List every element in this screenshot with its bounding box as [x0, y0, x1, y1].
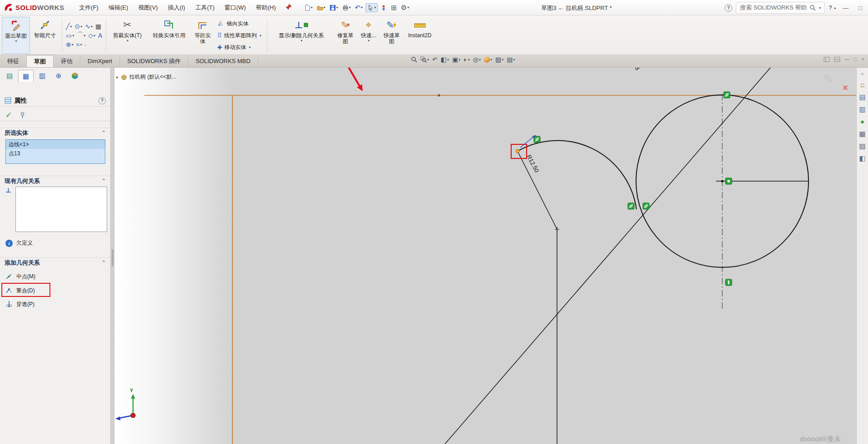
rapid-sketch-button[interactable]: ✎ 快速草图: [380, 17, 404, 54]
help-search-box[interactable]: 搜索 SOLIDWORKS 帮助 ▾: [736, 2, 825, 14]
mirror-entities-button[interactable]: 镜向实体: [215, 18, 263, 29]
instant2d-button[interactable]: Instant2D: [404, 17, 436, 54]
home-icon[interactable]: ⌂: [860, 81, 865, 89]
chevron-down-icon[interactable]: ▾: [15, 39, 17, 43]
tab-solidworks-addins[interactable]: SOLIDWORKS 插件: [120, 55, 188, 67]
split-pane-icon[interactable]: [834, 57, 840, 62]
pin-menubar-icon[interactable]: [286, 4, 292, 11]
rectangle-tool-button[interactable]: ▭▾: [65, 31, 75, 40]
open-document-button[interactable]: ▾: [316, 4, 327, 12]
expand-pane-icon[interactable]: [824, 57, 830, 62]
doc-close-icon[interactable]: ×: [861, 56, 864, 63]
menu-window[interactable]: 窗口(W): [220, 2, 251, 13]
tab-evaluate[interactable]: 评估: [54, 55, 80, 67]
menu-view[interactable]: 视图(V): [133, 2, 163, 13]
selected-entity-item[interactable]: 点13: [6, 149, 105, 158]
view-orientation-button[interactable]: ▣▾: [452, 56, 460, 63]
conic-tool-button[interactable]: ≈▾: [75, 40, 83, 49]
grid-snap-button[interactable]: ⊞: [390, 3, 398, 13]
relation-coincident-button[interactable]: 重合(D): [5, 286, 35, 295]
selected-entity-item[interactable]: 边线<1>: [6, 140, 105, 149]
selected-entities-section[interactable]: 所选实体 ⌃: [0, 128, 110, 138]
text-tool-button[interactable]: A: [97, 31, 103, 40]
scenes-icon[interactable]: ▨: [859, 143, 865, 150]
relation-badge-tangent-1[interactable]: [534, 136, 540, 143]
selected-entities-listbox[interactable]: 边线<1> 点13: [5, 139, 105, 164]
new-document-button[interactable]: ▾: [303, 4, 314, 12]
offset-entities-button[interactable]: 等距实体: [192, 17, 213, 54]
render-tools-button[interactable]: [379, 4, 388, 12]
relation-pierce-button[interactable]: 穿透(P): [5, 300, 35, 309]
breadcrumb[interactable]: ▸ 拉机柄 (默认<<默...: [116, 73, 176, 81]
save-button[interactable]: ▾: [328, 4, 340, 12]
circle-tool-button[interactable]: ⊙▾: [74, 22, 83, 30]
move-entities-button[interactable]: ✚ 移动实体 ▾: [215, 42, 263, 53]
circle-center-point[interactable]: [721, 180, 723, 182]
existing-relations-listbox[interactable]: [15, 187, 107, 232]
hide-show-items-button[interactable]: ◎▾: [473, 56, 481, 63]
doc-minimize-icon[interactable]: —: [844, 56, 850, 63]
tab-solidworks-mbd[interactable]: SOLIDWORKS MBD: [188, 55, 258, 67]
menu-edit[interactable]: 编辑(E): [104, 2, 133, 13]
sketch-point-13[interactable]: [516, 149, 519, 153]
restore-button[interactable]: □: [855, 4, 865, 12]
zoom-to-area-button[interactable]: ▾: [420, 56, 429, 63]
apply-scene-button[interactable]: ▨▾: [495, 56, 503, 63]
ok-button[interactable]: ✓: [5, 110, 12, 120]
tab-property-manager[interactable]: ▦: [18, 70, 34, 82]
existing-relations-section[interactable]: 现有几何关系 ⌃: [0, 176, 110, 186]
edge-point[interactable]: [438, 94, 440, 96]
relation-midpoint-button[interactable]: 中点(M): [5, 272, 35, 281]
section-view-button[interactable]: ◧▾: [441, 56, 449, 63]
menu-insert[interactable]: 插入(I): [163, 2, 190, 13]
keep-visible-pin-icon[interactable]: [19, 112, 26, 118]
display-delete-relations-button[interactable]: ⊥ 显示/删除几何关系 ▾: [269, 17, 334, 54]
tab-features[interactable]: 特征: [0, 55, 27, 67]
menu-help[interactable]: 帮助(H): [251, 2, 281, 13]
trim-entities-button[interactable]: ✂ 剪裁实体(T) ▾: [108, 17, 146, 54]
chevron-down-icon[interactable]: ▾: [301, 39, 302, 43]
sketch-picture-button[interactable]: ▦: [94, 22, 102, 30]
tab-dimxpert-manager[interactable]: ⊕: [51, 70, 66, 82]
slot-tool-button[interactable]: ⊕▾: [65, 40, 74, 49]
repair-sketch-button[interactable]: ✎ × 修复草图: [334, 17, 357, 54]
appearances-sphere-icon[interactable]: ●: [860, 118, 864, 125]
collapse-pane-icon[interactable]: «: [861, 71, 864, 76]
design-library-icon[interactable]: ▤: [859, 94, 865, 101]
menu-file[interactable]: 文件(F): [74, 2, 104, 13]
quick-snaps-button[interactable]: ⌖ 快速... ▾: [357, 17, 380, 54]
relation-badge-tangent-2[interactable]: [628, 203, 634, 209]
collapse-chevron-icon[interactable]: ⌃: [102, 130, 106, 136]
relation-badge-center[interactable]: [725, 178, 732, 184]
tab-dimxpert[interactable]: DimXpert: [80, 55, 120, 67]
previous-view-button[interactable]: ↶: [432, 56, 438, 63]
tab-configuration-manager[interactable]: ▥: [35, 70, 50, 82]
tab-display-manager[interactable]: [67, 70, 83, 82]
sketch-viewport[interactable]: R12.50 R3 Y Z dooooit®曼未: [114, 68, 856, 444]
view-settings-button[interactable]: ▤▾: [507, 56, 515, 63]
doc-restore-icon[interactable]: □: [854, 56, 857, 63]
help-circle-icon[interactable]: ?: [725, 4, 732, 12]
line-tool-button[interactable]: ╱▾: [65, 22, 73, 30]
add-relations-section[interactable]: 添加几何关系 ⌃: [0, 257, 110, 267]
print-button[interactable]: ▾: [341, 4, 352, 12]
panel-splitter[interactable]: [111, 68, 114, 444]
arc-tool-button[interactable]: ⌒▾: [76, 31, 86, 40]
exit-sketch-button[interactable]: 退出草图 ▾: [2, 17, 30, 54]
relation-badge-vertical[interactable]: [725, 279, 732, 286]
forum-icon[interactable]: ◧: [859, 155, 865, 162]
relation-badge-tangent-3[interactable]: [643, 203, 649, 209]
options-button[interactable]: ⚙ ▾: [399, 3, 410, 13]
collapse-chevron-icon[interactable]: ⌃: [102, 178, 106, 184]
convert-entities-button[interactable]: 转换实体引用: [146, 17, 192, 54]
ellipse-tool-button[interactable]: ◇▾: [87, 31, 96, 40]
panel-help-icon[interactable]: ?: [99, 97, 106, 104]
minimize-button[interactable]: —: [839, 4, 852, 12]
tab-feature-manager[interactable]: ▤: [2, 70, 17, 82]
undo-button[interactable]: ↶ ▾: [354, 3, 365, 13]
file-explorer-icon[interactable]: ▥: [859, 106, 865, 113]
menu-tools[interactable]: 工具(T): [190, 2, 220, 13]
relation-badge-tangent-top[interactable]: [724, 92, 730, 98]
spline-tool-button[interactable]: ∿▾: [84, 22, 94, 30]
smart-dimension-button[interactable]: 智能尺寸: [30, 17, 60, 54]
